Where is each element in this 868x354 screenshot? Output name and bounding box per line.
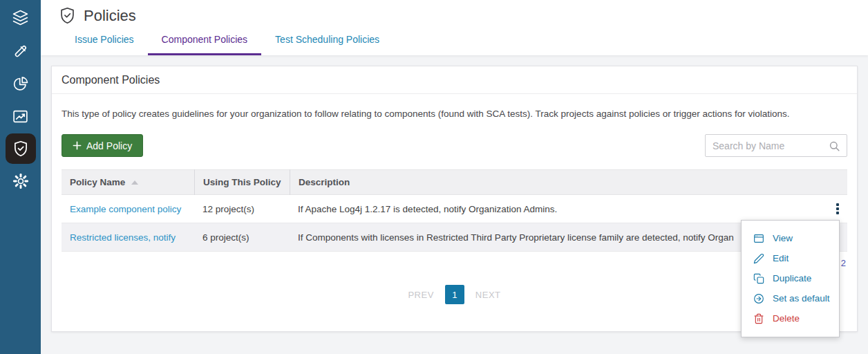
- component-policies-card: Component Policies This type of policy c…: [51, 66, 858, 332]
- column-header-using-this-policy[interactable]: Using This Policy: [194, 169, 290, 195]
- pagination: PREV 1 NEXT: [52, 285, 857, 304]
- line-chart-icon: [12, 108, 29, 125]
- add-policy-label: Add Policy: [86, 140, 132, 151]
- shield-check-icon: [12, 140, 30, 158]
- card-title: Component Policies: [52, 66, 857, 94]
- page-head: Policies: [58, 6, 136, 25]
- sidebar-item-reports[interactable]: [11, 74, 30, 93]
- plus-icon: [73, 141, 82, 150]
- menu-item-set-as-default[interactable]: Set as default: [742, 288, 839, 308]
- sidebar-item-layers[interactable]: [11, 8, 30, 27]
- table-row: Example component policy 12 project(s) I…: [62, 195, 847, 223]
- sidebar-item-analytics[interactable]: [11, 106, 30, 126]
- search-input[interactable]: [706, 135, 847, 156]
- shield-check-icon: [58, 6, 77, 25]
- next-page-button[interactable]: NEXT: [475, 290, 501, 300]
- policy-description: If Apache Log4j 1.2.17 is detected, noti…: [290, 204, 828, 214]
- using-this-policy-value: 12 project(s): [194, 204, 290, 214]
- sidebar-item-settings[interactable]: [11, 171, 30, 191]
- sort-ascending-icon[interactable]: [131, 180, 138, 185]
- layers-icon: [12, 9, 29, 26]
- table-header-row: Policy Name Using This Policy Descriptio…: [62, 169, 847, 195]
- pie-chart-icon: [12, 75, 29, 93]
- view-icon: [753, 233, 764, 244]
- menu-item-duplicate[interactable]: Duplicate: [742, 268, 839, 288]
- sidebar-item-policies[interactable]: [6, 133, 36, 164]
- toolbar: Add Policy: [52, 134, 857, 157]
- policies-table: Policy Name Using This Policy Descriptio…: [62, 169, 847, 252]
- page-title: Policies: [84, 7, 136, 25]
- tab-test-scheduling-policies[interactable]: Test Scheduling Policies: [261, 34, 393, 55]
- set-default-icon: [753, 293, 764, 304]
- sidebar: [0, 0, 41, 354]
- menu-item-delete[interactable]: Delete: [742, 308, 839, 328]
- menu-item-edit[interactable]: Edit: [742, 248, 839, 268]
- menu-item-view[interactable]: View: [742, 228, 839, 248]
- tab-bar: Issue Policies Component Policies Test S…: [61, 34, 393, 55]
- gear-icon: [12, 172, 30, 190]
- current-page-button[interactable]: 1: [445, 285, 464, 304]
- topbar: Policies Issue Policies Component Polici…: [41, 0, 868, 55]
- table-row: Restricted licenses, notify 6 project(s)…: [62, 223, 847, 252]
- test-tube-icon: [12, 43, 29, 60]
- edit-icon: [753, 253, 764, 264]
- policy-name-link[interactable]: Restricted licenses, notify: [70, 232, 176, 243]
- search-box: [705, 134, 847, 157]
- sidebar-item-tests[interactable]: [11, 41, 30, 61]
- column-header-description[interactable]: Description: [290, 169, 828, 195]
- add-policy-button[interactable]: Add Policy: [62, 134, 143, 157]
- using-this-policy-value: 6 project(s): [194, 232, 290, 243]
- card-description: This type of policy creates guidelines f…: [52, 108, 857, 120]
- column-header-policy-name[interactable]: Policy Name: [62, 177, 194, 187]
- search-icon: [828, 140, 841, 153]
- delete-icon: [753, 313, 764, 324]
- prev-page-button[interactable]: PREV: [408, 290, 433, 300]
- row-actions-context-menu: View Edit Duplicate Set as default: [741, 220, 840, 337]
- tab-component-policies[interactable]: Component Policies: [148, 34, 262, 55]
- policy-name-link[interactable]: Example component policy: [70, 204, 181, 214]
- duplicate-icon: [753, 273, 764, 284]
- tab-issue-policies[interactable]: Issue Policies: [61, 34, 148, 55]
- row-actions-kebab-icon[interactable]: [833, 201, 842, 217]
